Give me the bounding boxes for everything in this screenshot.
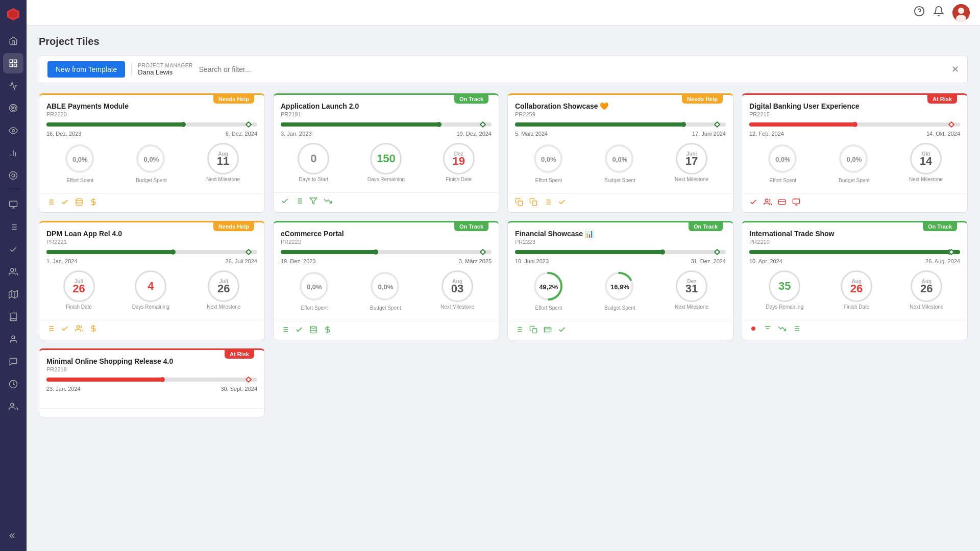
project-card[interactable]: Needs Help ABLE Payments Module PR2220 1… <box>39 93 265 213</box>
svg-point-44 <box>76 198 82 201</box>
start-date: 1. Jan. 2024 <box>46 258 78 264</box>
metric-label: Finish Date <box>66 304 92 310</box>
copy2-icon[interactable] <box>529 198 537 208</box>
project-card[interactable]: At Risk Minimal Online Shopping Release … <box>39 348 265 417</box>
card-title: Minimal Online Shopping Release 4.0 <box>46 357 257 365</box>
card-metrics: 35 Days Remaining Aug 26 Finish Date Aug… <box>749 270 960 310</box>
sidebar-item-chat[interactable] <box>3 352 23 372</box>
currency-icon[interactable] <box>324 325 332 336</box>
app-logo[interactable] <box>4 5 22 23</box>
status-badge: At Risk <box>225 349 254 359</box>
metric-item: Dez 31 Next Milestone <box>675 270 708 311</box>
metric-item: Aug 11 Next Milestone <box>206 143 240 183</box>
copy-icon[interactable] <box>515 198 523 208</box>
list-icon[interactable] <box>515 325 523 336</box>
card-body: Financial Showcase 📊 PR2223 10. Juni 202… <box>508 222 733 321</box>
sidebar-item-people[interactable] <box>3 262 23 282</box>
card-dates: 16. Dez. 2023 6. Dez. 2024 <box>46 131 257 137</box>
check-icon[interactable] <box>61 324 69 335</box>
card-footer <box>508 193 733 212</box>
trend-icon[interactable] <box>778 324 786 335</box>
currency2-icon[interactable] <box>544 325 552 336</box>
metric-item: 0,0% Budget Spent <box>838 143 870 183</box>
user-avatar[interactable] <box>952 4 970 21</box>
project-card[interactable]: On Track Application Launch 2.0 PR2191 3… <box>273 93 499 213</box>
sidebar-item-check[interactable] <box>3 239 23 260</box>
metric-label: Finish Date <box>446 177 472 182</box>
metric-label: Budget Spent <box>604 305 635 311</box>
sidebar-item-target[interactable] <box>3 98 23 118</box>
dot-icon[interactable] <box>749 324 757 335</box>
metric-item: Dez 19 Finish Date <box>443 143 475 182</box>
filter-icon[interactable] <box>309 197 317 207</box>
check-icon[interactable] <box>749 198 757 208</box>
sidebar-item-barchart[interactable] <box>3 143 23 163</box>
start-date: 3. Jan. 2023 <box>281 131 312 137</box>
new-template-button[interactable]: New from Template <box>47 61 125 78</box>
sidebar-item-monitor[interactable] <box>3 194 23 215</box>
check-icon[interactable] <box>295 325 303 336</box>
metric-item: 49,2% Effort Spent <box>532 270 565 311</box>
search-input[interactable] <box>199 65 945 73</box>
project-card[interactable]: Needs Help Collaboration Showcase 🧡 PR22… <box>507 93 733 213</box>
list-icon[interactable] <box>792 324 800 335</box>
end-date: 14. Okt. 2024 <box>926 131 960 137</box>
check-icon[interactable] <box>558 198 566 208</box>
status-badge: On Track <box>689 222 723 231</box>
project-card[interactable]: Needs Help DPM Loan App Rel 4.0 PR2221 1… <box>39 221 265 340</box>
list-icon[interactable] <box>281 325 289 336</box>
db-icon[interactable] <box>75 198 83 208</box>
filter2-icon[interactable] <box>764 324 772 335</box>
project-card[interactable]: At Risk Digital Banking User Experience … <box>742 93 968 213</box>
sidebar-item-group[interactable] <box>3 396 23 417</box>
list-icon[interactable] <box>46 198 55 208</box>
project-card[interactable]: On Track eCommerce Portal PR2222 19. Dez… <box>273 221 499 340</box>
sidebar-item-collapse[interactable] <box>3 525 23 546</box>
sidebar-item-book[interactable] <box>3 307 23 327</box>
check-icon[interactable] <box>558 325 566 336</box>
sidebar-item-analytics[interactable] <box>3 76 23 96</box>
project-card[interactable]: On Track Financial Showcase 📊 PR2223 10.… <box>507 221 733 340</box>
sidebar-item-grid[interactable] <box>3 53 23 73</box>
sidebar-item-goal[interactable] <box>3 165 23 186</box>
list-icon[interactable] <box>295 197 303 207</box>
check-icon[interactable] <box>61 198 69 208</box>
svg-point-7 <box>11 106 16 111</box>
project-card[interactable]: On Track International Trade Show PR2210… <box>742 221 968 340</box>
notification-icon[interactable] <box>933 6 944 19</box>
card-body: ABLE Payments Module PR2220 16. Dez. 202… <box>39 95 264 193</box>
currency2-icon[interactable] <box>778 198 786 208</box>
metric-item: 0,0% Effort Spent <box>767 143 799 183</box>
db-icon[interactable] <box>309 325 317 336</box>
copy2-icon[interactable] <box>529 325 537 336</box>
close-button[interactable]: ✕ <box>951 64 959 75</box>
status-badge: At Risk <box>927 94 957 104</box>
people-icon[interactable] <box>75 324 83 335</box>
list-icon[interactable] <box>46 324 55 335</box>
list-icon[interactable] <box>544 198 552 208</box>
sidebar-item-home[interactable] <box>3 31 23 51</box>
sidebar-item-list[interactable] <box>3 217 23 237</box>
sidebar-item-user[interactable] <box>3 329 23 349</box>
sidebar-item-clock[interactable] <box>3 374 23 394</box>
help-icon[interactable] <box>914 6 925 19</box>
sidebar-item-eye[interactable] <box>3 120 23 141</box>
monitor-icon[interactable] <box>792 198 800 208</box>
end-date: 26. Juli 2024 <box>226 258 257 264</box>
project-manager-block: PROJECT MANAGER Dana Lewis <box>131 63 192 76</box>
check-icon[interactable] <box>281 197 289 207</box>
card-footer <box>39 408 264 417</box>
card-dates: 3. Jan. 2023 19. Dez. 2024 <box>281 131 492 137</box>
currency-icon[interactable] <box>89 198 97 208</box>
svg-point-77 <box>77 325 79 328</box>
metric-item: 150 Days Remaining <box>368 143 405 182</box>
metric-label: Next Milestone <box>675 177 708 182</box>
trend-icon[interactable] <box>324 197 332 207</box>
card-title: Digital Banking User Experience <box>749 102 960 110</box>
status-badge: Needs Help <box>213 94 254 104</box>
people-icon[interactable] <box>764 198 772 208</box>
sidebar-item-map[interactable] <box>3 284 23 305</box>
metric-label: Days Remaining <box>132 304 169 310</box>
currency-icon[interactable] <box>89 324 97 335</box>
svg-rect-3 <box>14 60 17 62</box>
